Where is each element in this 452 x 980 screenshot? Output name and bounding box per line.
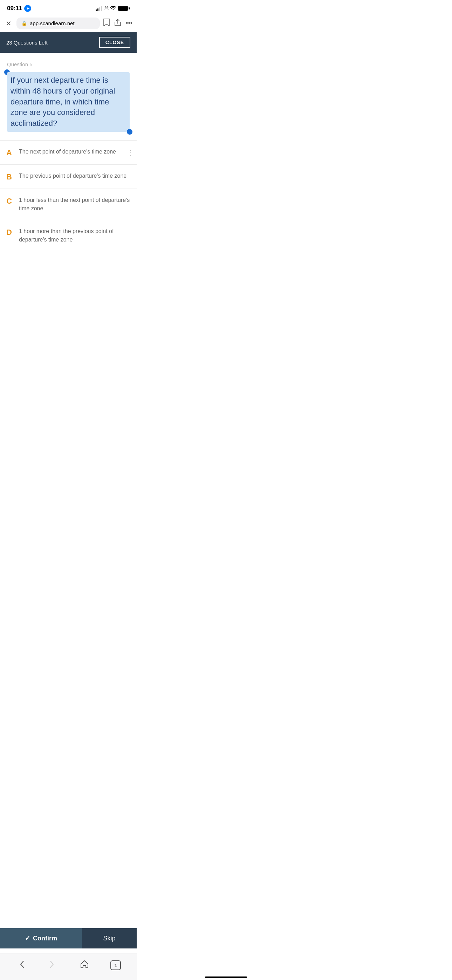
question-text-wrapper: If your next departure time is within 48…: [7, 72, 130, 132]
answer-item-c[interactable]: C 1 hour less than the next point of dep…: [0, 189, 137, 220]
question-text: If your next departure time is within 48…: [7, 72, 130, 132]
url-bar[interactable]: 🔒 app.scandlearn.net: [16, 18, 100, 29]
answer-item-d[interactable]: D 1 hour more than the previous point of…: [0, 220, 137, 251]
battery: 100: [118, 6, 130, 11]
status-bar: 09:11 ➤ ⌘ 100: [0, 0, 137, 15]
question-content: Question 5 If your next departure time i…: [0, 53, 137, 140]
questions-left: 23 Questions Left: [6, 40, 48, 46]
answer-text-a: The next point of departure's time zone: [19, 148, 131, 156]
quiz-header: 23 Questions Left CLOSE: [0, 32, 137, 53]
answers-section: A The next point of departure's time zon…: [0, 140, 137, 251]
answer-letter-b: B: [6, 172, 19, 181]
answer-text-d: 1 hour more than the previous point of d…: [19, 227, 131, 244]
more-options-icon[interactable]: •••: [126, 20, 132, 27]
location-icon: ➤: [24, 5, 31, 12]
answer-item-b[interactable]: B The previous point of departure's time…: [0, 165, 137, 189]
signal-bars: [95, 6, 102, 11]
question-number: Question 5: [7, 61, 130, 67]
browser-close-button[interactable]: ✕: [4, 18, 13, 29]
answer-text-b: The previous point of departure's time z…: [19, 172, 131, 180]
browser-bar: ✕ 🔒 app.scandlearn.net •••: [0, 15, 137, 32]
answer-text-c: 1 hour less than the next point of depar…: [19, 196, 131, 213]
clock: 09:11: [7, 5, 22, 12]
share-icon[interactable]: [115, 19, 121, 28]
wifi-icon: ⌘: [104, 6, 116, 11]
browser-actions: •••: [103, 19, 132, 28]
close-button[interactable]: CLOSE: [99, 37, 131, 48]
status-icons: ⌘ 100: [95, 6, 130, 11]
answer-letter-a: A: [6, 148, 19, 158]
lock-icon: 🔒: [21, 21, 27, 26]
bookmark-icon[interactable]: [103, 19, 110, 28]
answer-dots-a: ⋮: [127, 148, 133, 157]
answer-letter-d: D: [6, 228, 19, 237]
answer-item-a[interactable]: A The next point of departure's time zon…: [0, 140, 137, 165]
selection-handle-bottom: [127, 129, 132, 135]
url-text: app.scandlearn.net: [30, 20, 95, 26]
status-time: 09:11 ➤: [7, 5, 31, 12]
answer-letter-c: C: [6, 197, 19, 206]
